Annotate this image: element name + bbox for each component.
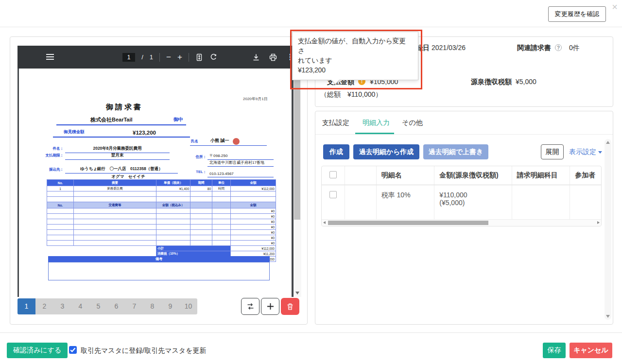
invoice-title: 御請求書 [100,103,149,112]
scrollbar-thumb[interactable] [294,76,300,220]
expense-row-empty: ¥0 [47,225,276,230]
tooltip-amount: ¥123,200 [298,66,413,75]
expense-row-empty: ¥0 [47,208,276,214]
tel-label: TEL： [190,170,207,174]
horizontal-scrollbar[interactable] [322,219,601,226]
invoice-item-table: No.摘要 単価（税抜）期間 単位金額 1業務委託費 ¥1,40080 時間¥1… [47,179,276,262]
overwrite-from-past-button[interactable]: 過去明細で上書き [423,144,488,159]
page-button-9[interactable]: 9 [161,298,179,314]
zoom-out-icon[interactable]: − [166,53,171,61]
invoice-amount-line: 御見積金額 ¥123,200 [53,126,190,138]
page-button-2[interactable]: 2 [35,298,53,314]
detail-name-cell: 税率 10% [377,185,435,219]
invoice-date: 2020年9月1日 [243,96,268,102]
panel-scrollbar[interactable] [605,139,611,320]
bank-value: ゆうちょ銀行 〇一八店 0112358（普通） [65,166,178,172]
scroll-down-icon[interactable] [295,292,299,295]
detail-table-header: 明細名 金額(源泉徴収税額) 請求明細科目 参加者 [322,166,601,185]
withholding-label: 源泉徴収税額 [471,78,512,87]
postal-value: 〒098-250 [209,153,227,158]
create-button[interactable]: 作成 [323,144,349,159]
display-settings-link[interactable]: 表示設定 [569,148,602,156]
expense-row-empty: ¥0 [47,241,276,246]
postal-line: 〒098-250 [207,152,274,160]
tel-value: 010-123-4567 [209,172,234,176]
scroll-right-icon[interactable] [597,221,600,224]
tooltip-message-line1: 支払金額の値が、自動入力から変更さ [298,36,413,56]
tooltip-arrow [330,79,340,84]
tab-other[interactable]: その他 [402,119,423,127]
expense-row-empty: ¥0 [47,235,276,241]
detail-table-row: 税率 10% ¥110,000 (¥5,000) [322,185,601,219]
print-icon[interactable] [269,53,277,61]
payment-changed-tooltip: 支払金額の値が、自動入力から変更さ れています ¥123,200 [292,32,418,80]
save-button[interactable]: 保存 [543,343,566,358]
detail-table: 明細名 金額(源泉徴収税額) 請求明細科目 参加者 税率 10% ¥110,00… [321,166,602,226]
due-label: 支払期限： [34,153,64,158]
tax-row: 消費税（10%） ¥11,200 [47,251,276,257]
download-icon[interactable] [252,53,260,61]
page-button-1[interactable]: 1 [17,298,35,314]
due-line: 翌月末 [65,150,170,160]
page-button-3[interactable]: 3 [53,298,71,314]
zoom-in-icon[interactable]: + [177,53,182,61]
withholding-value: ¥5,000 [516,78,536,86]
pdf-toolbar: 1 / 1 − + [17,46,301,69]
issuer-name-label: 氏名 [191,139,198,144]
expense-row-empty: ¥0 [47,219,276,225]
replace-page-button[interactable] [241,298,259,315]
scroll-up-icon[interactable] [606,141,610,144]
page-total: 1 [150,53,153,61]
tooltip-message-line2: れています [298,56,413,66]
scroll-left-icon[interactable] [323,221,326,224]
item-table-header: No.摘要 単価（税抜）期間 単位金額 [47,180,276,186]
chevron-down-icon [598,151,602,154]
expense-row-empty: ¥0 [47,230,276,235]
scroll-down-icon[interactable] [606,315,610,318]
cancel-button[interactable]: キャンセル [570,343,612,358]
footer-divider [0,332,622,333]
page-button-5[interactable]: 5 [89,298,107,314]
fit-to-page-icon[interactable] [195,53,203,61]
toolbar-divider [189,53,189,62]
page-number-input[interactable]: 1 [122,53,135,62]
notes-header: 備考 [48,256,270,262]
pdf-scrollbar[interactable] [294,69,301,297]
mark-confirmed-button[interactable]: 確認済みにする [7,343,68,358]
master-register-label: 取引先マスタに登録/取引先マスタを更新 [81,347,207,355]
bank-label: 振込先： [34,167,64,172]
issuer-name: 小熊 誠一 [210,138,229,144]
select-all-checkbox[interactable] [329,171,337,178]
close-icon[interactable]: × [612,2,618,12]
page-button-7[interactable]: 7 [125,298,143,314]
expand-button[interactable]: 展開 [541,144,564,159]
tab-payment-settings[interactable]: 支払設定 [322,119,349,127]
detail-card: 支払設定 明細入力 その他 作成 過去明細から作成 過去明細で上書き 展開 表示… [315,111,613,325]
bank-line: ゆうちょ銀行 〇一八店 0112358（普通） [65,165,178,173]
address-value: 北海道中川郡音威子府村17番地 [209,160,264,165]
page-button-6[interactable]: 6 [107,298,125,314]
tel-line: 010-123-4567 [207,169,274,177]
notes-box [48,262,270,280]
item-row-empty [47,197,276,202]
page-thumbnails: 1 2 3 4 5 6 7 8 9 10 [17,298,197,314]
page-separator: / [141,53,143,61]
hscrollbar-thumb[interactable] [328,221,488,225]
change-history-button[interactable]: 変更履歴を確認 [548,6,606,22]
page-tools [241,298,299,315]
subject-label: 件名： [38,146,64,151]
row-checkbox[interactable] [329,191,337,198]
add-page-button[interactable] [261,298,279,315]
expense-row-empty: ¥0 [47,214,276,219]
master-register-checkbox[interactable] [69,346,77,354]
page-button-4[interactable]: 4 [71,298,89,314]
create-from-past-button[interactable]: 過去明細から作成 [353,144,419,159]
delete-page-button[interactable] [281,298,299,315]
page-button-8[interactable]: 8 [143,298,161,314]
pdf-viewer: 1 / 1 − + [17,46,301,297]
page-button-10[interactable]: 10 [179,298,197,314]
col-detail-name: 明細名 [377,166,435,185]
rotate-icon[interactable] [209,53,218,61]
help-icon[interactable]: ? [555,44,562,51]
tab-detail-input[interactable]: 明細入力 [363,119,390,127]
